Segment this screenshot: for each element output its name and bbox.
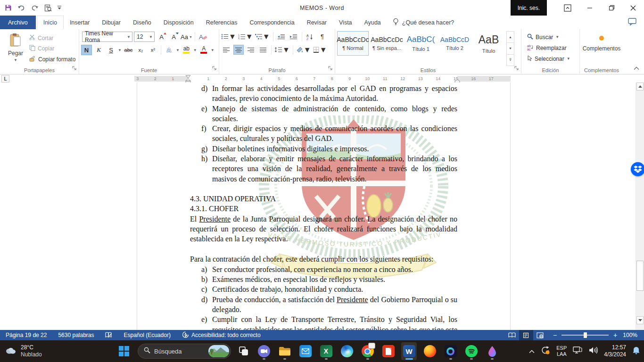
chrome-icon[interactable] — [360, 342, 375, 360]
style-titulo-2[interactable]: AaBbCcDTítulo 2 — [439, 31, 471, 56]
chat-icon[interactable] — [256, 342, 272, 360]
mail-icon[interactable] — [297, 342, 313, 360]
paint-droplet-icon[interactable] — [484, 342, 500, 360]
paste-dropdown-arrow[interactable]: ▼ — [14, 58, 17, 62]
proofing-icon[interactable] — [99, 330, 118, 340]
document-text[interactable]: d)In formar las actividades desarrollada… — [190, 83, 457, 330]
dropbox-badge-icon[interactable] — [631, 162, 644, 176]
close-button[interactable] — [622, 0, 644, 16]
strikethrough-button[interactable]: abc — [123, 45, 134, 55]
edge-icon[interactable] — [339, 342, 355, 360]
zoom-out-button[interactable]: − — [553, 332, 557, 338]
webex-icon[interactable] — [443, 342, 458, 360]
styles-scroll-down-icon[interactable]: ▼ — [507, 43, 514, 54]
minimize-button[interactable] — [579, 0, 601, 16]
numbering-button[interactable]: 123▼ — [238, 32, 253, 41]
ribbon-display-options-icon[interactable] — [558, 0, 577, 16]
subscript-button[interactable]: x₂ — [135, 45, 146, 55]
firefox-icon[interactable] — [422, 342, 438, 360]
document-canvas[interactable]: VALLE HERMOSO TURÍSTICO Y PRODUCTIVO d)I… — [0, 82, 644, 330]
format-painter-button[interactable]: Copiar formato — [29, 56, 75, 63]
comments-icon[interactable] — [628, 18, 636, 27]
line-spacing-button[interactable]: ▼ — [274, 45, 290, 55]
style-titulo[interactable]: AaBTítulo — [473, 31, 504, 56]
horizontal-ruler[interactable]: 3211234567891011121314151617 — [134, 76, 511, 82]
tab-inicio[interactable]: Inicio — [37, 16, 64, 29]
highlight-dropdown-arrow[interactable]: ▼ — [193, 48, 197, 52]
word-icon[interactable]: W — [401, 342, 417, 360]
language-indicator[interactable]: Español (Ecuador) — [118, 330, 176, 340]
style-sin-espaciado[interactable]: AaBbCcDc¶ Sin espa... — [371, 31, 403, 56]
word-count[interactable]: 5630 palabras — [52, 330, 99, 340]
web-layout-icon[interactable] — [533, 330, 547, 340]
styles-scroll-up-icon[interactable]: ▲ — [507, 32, 514, 43]
tab-vista[interactable]: Vista — [333, 16, 358, 29]
scroll-up-icon[interactable] — [636, 82, 644, 90]
spotify-icon[interactable] — [463, 342, 479, 360]
shading-button[interactable]: ▼ — [296, 45, 311, 55]
underline-button[interactable]: S — [106, 45, 116, 55]
tab-revisar[interactable]: Revisar — [301, 16, 333, 29]
zoom-in-button[interactable]: + — [613, 332, 617, 338]
align-center-button[interactable] — [233, 45, 244, 55]
excel-icon[interactable]: X — [318, 342, 334, 360]
clock[interactable]: 12:574/3/2024 — [604, 344, 626, 358]
language-switcher[interactable]: ESPLAA — [556, 345, 567, 357]
sign-in-button[interactable]: Inic. ses. — [511, 0, 547, 16]
justify-button[interactable] — [258, 45, 268, 55]
network-icon[interactable] — [573, 346, 583, 356]
increase-indent-button[interactable] — [289, 32, 299, 41]
vertical-scrollbar[interactable] — [636, 82, 644, 330]
scrollbar-thumb[interactable] — [636, 261, 644, 291]
font-color-button[interactable]: A — [198, 45, 209, 55]
sync-update-icon[interactable] — [541, 346, 550, 357]
tab-dibujar[interactable]: Dibujar — [96, 16, 127, 29]
align-left-button[interactable] — [221, 45, 231, 55]
tab-stop-selector[interactable]: L — [1, 75, 9, 82]
tab-correspondencia[interactable]: Correspondencia — [243, 16, 300, 29]
clear-formatting-icon[interactable]: A — [198, 32, 208, 42]
zoom-percentage[interactable]: 100% — [623, 332, 644, 338]
accessibility-status[interactable]: Accesibilidad: todo correcto — [176, 330, 266, 340]
sort-button[interactable]: AZ — [305, 32, 315, 41]
borders-button[interactable]: ▼ — [313, 45, 327, 55]
highlight-button[interactable]: ab — [181, 45, 192, 55]
shrink-font-button[interactable]: A — [168, 32, 179, 42]
cut-button[interactable]: Cortar — [29, 34, 75, 41]
tab-archivo[interactable]: Archivo — [0, 16, 36, 29]
superscript-button[interactable]: x² — [148, 45, 158, 55]
nitro-pdf-icon[interactable] — [380, 342, 396, 360]
italic-button[interactable]: K — [93, 45, 104, 55]
complementos-button[interactable]: Complementos — [582, 32, 621, 52]
font-name-combo[interactable]: Times New Roma▼ — [82, 32, 132, 42]
collapse-ribbon-icon[interactable] — [634, 64, 639, 72]
tell-me-box[interactable]: ¿Qué desea hacer? — [387, 16, 460, 29]
copy-button[interactable]: Copiar — [29, 45, 75, 52]
select-button[interactable]: Seleccionar▼ — [527, 53, 578, 64]
styles-gallery-more-icon[interactable]: ⊽ — [507, 55, 514, 66]
bullets-button[interactable]: ▼ — [221, 32, 236, 41]
volume-icon[interactable] — [589, 346, 598, 356]
text-effects-button[interactable]: A — [164, 45, 174, 55]
underline-dropdown-arrow[interactable]: ▼ — [118, 48, 122, 52]
zoom-slider-handle[interactable] — [584, 332, 587, 338]
bold-button[interactable]: N — [81, 45, 92, 55]
tab-referencias[interactable]: Referencias — [200, 16, 244, 29]
hidden-icons-chevron-icon[interactable] — [529, 347, 535, 355]
weather-widget[interactable]: 28°CNublado — [5, 340, 42, 362]
replace-button[interactable]: abacReemplazar — [527, 42, 578, 53]
scroll-down-icon[interactable] — [636, 316, 644, 324]
style-normal[interactable]: AaBbCcDc¶ Normal — [337, 31, 369, 56]
change-case-button[interactable]: Aa▼ — [181, 32, 192, 42]
tab-disposicion[interactable]: Disposición — [157, 16, 200, 29]
print-layout-icon[interactable] — [519, 330, 533, 340]
file-explorer-icon[interactable] — [277, 342, 292, 360]
search-box[interactable]: Búsqueda — [138, 344, 231, 359]
grow-font-button[interactable]: A — [156, 32, 167, 42]
page-indicator[interactable]: Página 19 de 22 — [0, 330, 52, 340]
search-highlight-image[interactable] — [208, 345, 229, 357]
show-marks-button[interactable]: ¶ — [317, 32, 328, 41]
notification-bell-icon[interactable] — [632, 346, 640, 357]
read-mode-icon[interactable] — [505, 330, 519, 340]
tab-diseno[interactable]: Diseño — [127, 16, 157, 29]
